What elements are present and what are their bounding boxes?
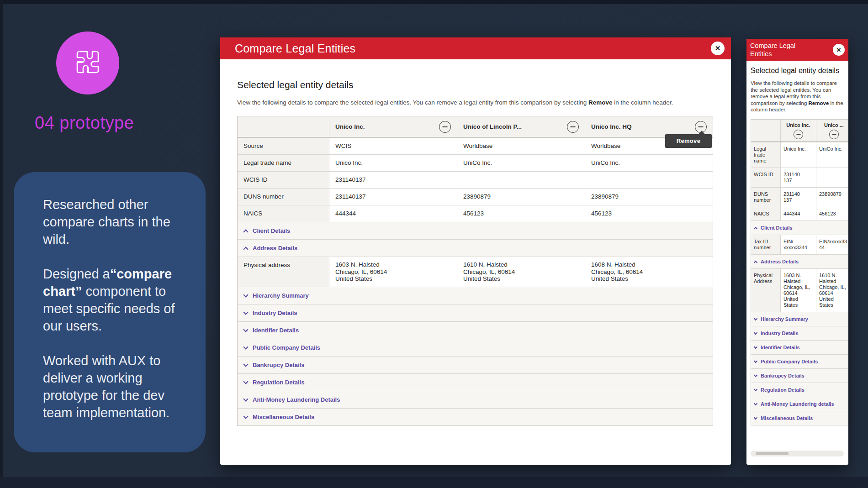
- section-row-miscellaneous-details[interactable]: Miscellaneous Details: [238, 408, 713, 425]
- chevron-down-icon: [754, 415, 757, 419]
- puzzle-icon: [73, 47, 103, 79]
- step-label: 04 prototype: [35, 113, 134, 133]
- modal-title-mobile: Compare Legal Entities: [750, 42, 810, 58]
- remove-entity-button-1[interactable]: [794, 130, 803, 139]
- entity-column-header-2: Unico of Lincoln P...: [457, 116, 585, 137]
- table-row-legal-trade-name: Legal trade name Unico Inc. UniCo Inc. U…: [238, 154, 713, 171]
- modal-body: Selected legal entity details View the f…: [220, 79, 731, 426]
- section-row-regulation-details[interactable]: Regulation Details: [751, 383, 848, 397]
- step-icon-circle: [56, 31, 119, 94]
- table-header-row: Unico Inc. Unico of Lincoln P... Unico I…: [238, 116, 713, 137]
- section-row-address-details[interactable]: Address Details: [751, 254, 848, 268]
- note-paragraph-1: Researched other compare charts in the w…: [43, 196, 185, 248]
- chevron-down-icon: [243, 362, 248, 367]
- chevron-down-icon: [754, 359, 757, 362]
- chevron-up-icon: [754, 260, 757, 264]
- chevron-down-icon: [243, 379, 248, 384]
- section-row-public-company-details[interactable]: Public Company Details: [751, 354, 848, 368]
- remove-entity-button-2[interactable]: [567, 121, 579, 133]
- table-row-physical-address: Physical address 1603 N. Halsted Chicago…: [238, 257, 713, 287]
- section-row-industry-details[interactable]: Industry Details: [751, 326, 848, 340]
- chevron-up-icon: [243, 229, 248, 234]
- comparison-table: Unico Inc. Unico of Lincoln P... Unico I…: [237, 116, 713, 426]
- entity-column-header-1: Unico Inc.: [329, 116, 457, 137]
- table-row-wcis-id: WCIS ID 231140 137: [751, 168, 848, 187]
- close-button[interactable]: ✕: [711, 42, 725, 55]
- description-text: View the following details to compare th…: [237, 99, 714, 106]
- comparison-table-mobile: Unico Inc. Unico ... Legal trade name Un…: [751, 119, 848, 425]
- chevron-down-icon: [754, 316, 757, 320]
- modal-header: Compare Legal Entities ✕: [220, 37, 731, 59]
- notes-card: Researched other compare charts in the w…: [14, 172, 206, 452]
- table-row-wcis-id: WCIS ID 231140137: [238, 171, 713, 188]
- section-row-public-company-details[interactable]: Public Company Details: [238, 339, 713, 356]
- header-empty-cell: [751, 120, 780, 142]
- chevron-up-icon: [243, 247, 248, 252]
- close-icon: ✕: [836, 47, 842, 53]
- table-row-tax-id-number: Tax ID number EIN/ xxxxx3344 EIN/xxxxx33…: [751, 235, 848, 254]
- chevron-down-icon: [754, 331, 757, 334]
- chevron-down-icon: [754, 401, 757, 405]
- remove-entity-button-2[interactable]: [829, 130, 839, 139]
- entity-column-header-1: Unico Inc.: [780, 120, 816, 142]
- table-row-duns-number: DUNS number 231140137 23890879 23890879: [238, 188, 713, 205]
- table-row-naics: NAICS 444344 456123: [751, 207, 848, 220]
- modal-header-mobile: Compare Legal Entities ✕: [746, 39, 848, 61]
- close-icon: ✕: [715, 44, 721, 52]
- compare-legal-entities-modal-mobile: Compare Legal Entities ✕ Selected legal …: [746, 39, 848, 465]
- chevron-down-icon: [243, 396, 248, 401]
- chevron-down-icon: [243, 327, 248, 332]
- modal-title: Compare Legal Entities: [235, 42, 355, 55]
- section-row-hierarchy-summary[interactable]: Hierarchy Summary: [751, 312, 848, 326]
- section-row-identifier-details[interactable]: Identifier Details: [751, 340, 848, 354]
- entity-column-header-2: Unico ...: [816, 120, 848, 142]
- slide-top-edge: [0, 0, 868, 4]
- section-row-anti-money-laundering-details[interactable]: Anti-Money Laundering Details: [238, 391, 713, 408]
- remove-tooltip[interactable]: Remove: [665, 134, 712, 148]
- chevron-down-icon: [754, 387, 757, 391]
- scrollbar-thumb[interactable]: [756, 452, 789, 455]
- compare-legal-entities-modal: Compare Legal Entities ✕ Selected legal …: [220, 37, 731, 465]
- section-row-hierarchy-summary[interactable]: Hierarchy Summary: [238, 287, 713, 304]
- table-header-row-mobile: Unico Inc. Unico ...: [751, 120, 848, 142]
- section-row-client-details[interactable]: Client Details: [238, 222, 713, 239]
- chevron-down-icon: [243, 344, 248, 349]
- remove-entity-button-1[interactable]: [439, 121, 451, 133]
- description-text-mobile: View the following details to compare th…: [751, 80, 844, 113]
- section-row-regulation-details[interactable]: Regulation Details: [238, 373, 713, 391]
- section-row-bankrupcy-details[interactable]: Bankrupcy Details: [238, 356, 713, 373]
- section-row-bankrupcy-details[interactable]: Bankrupcy Details: [751, 368, 848, 383]
- close-button-mobile[interactable]: ✕: [833, 44, 845, 56]
- chevron-down-icon: [243, 310, 248, 315]
- table-row-physical-address: Physical Address 1603 N. Halsted Chicago…: [751, 268, 848, 312]
- chevron-down-icon: [754, 345, 757, 348]
- page-title-mobile: Selected legal entity details: [751, 67, 844, 75]
- horizontal-scrollbar[interactable]: [751, 451, 844, 457]
- modal-body-mobile: Selected legal entity details View the f…: [746, 67, 848, 425]
- note-paragraph-2: Designed a“compare chart” component to m…: [43, 265, 185, 335]
- chevron-down-icon: [754, 373, 757, 377]
- section-row-address-details[interactable]: Address Details: [238, 239, 713, 257]
- chevron-up-icon: [754, 226, 757, 230]
- header-empty-cell: [238, 116, 329, 137]
- table-row-legal-trade-name: Legal trade name Unico Inc. UniCo Inc.: [751, 142, 848, 168]
- slide-left-edge: [0, 0, 3, 488]
- table-row-source: Source WCIS Worldbase Worldbase: [238, 137, 713, 154]
- section-row-identifier-details[interactable]: Identifier Details: [238, 321, 713, 339]
- section-row-miscellaneous-details[interactable]: Miscellaneous Details: [751, 411, 848, 425]
- table-row-duns-number: DUNS number 231140 137 23890879: [751, 187, 848, 207]
- section-row-anti-money-laundering-details[interactable]: Anti-Money Laundering details: [751, 397, 848, 411]
- chevron-down-icon: [243, 292, 248, 297]
- table-row-naics: NAICS 444344 456123 456123: [238, 205, 713, 222]
- page-title: Selected legal entity details: [237, 79, 714, 90]
- section-row-industry-details[interactable]: Industry Details: [238, 304, 713, 321]
- note-paragraph-3: Worked with AUX to deliver a working pro…: [43, 352, 185, 421]
- entity-column-header-3: Unico Inc. HQ Remove: [585, 116, 713, 137]
- chevron-down-icon: [243, 414, 248, 419]
- slide-bottom-edge: [0, 477, 868, 488]
- section-row-client-details[interactable]: Client Details: [751, 220, 848, 235]
